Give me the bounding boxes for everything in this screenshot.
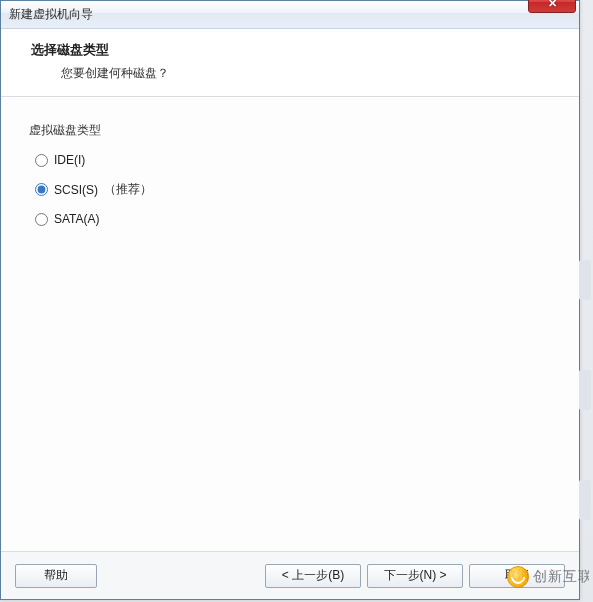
radio-scsi-hint: （推荐）: [104, 181, 152, 198]
radio-ide-label: IDE(I): [54, 153, 85, 167]
titlebar: 新建虚拟机向导 ✕: [1, 1, 579, 29]
radio-sata-label: SATA(A): [54, 212, 100, 226]
radio-option-scsi[interactable]: SCSI(S) （推荐）: [35, 181, 559, 198]
window-title: 新建虚拟机向导: [9, 6, 93, 23]
header-panel: 选择磁盘类型 您要创建何种磁盘？: [1, 29, 579, 97]
page-subheading: 您要创建何种磁盘？: [61, 65, 559, 82]
help-button[interactable]: 帮助: [15, 564, 97, 588]
radio-sata-input[interactable]: [35, 213, 48, 226]
radio-scsi-input[interactable]: [35, 183, 48, 196]
group-label: 虚拟磁盘类型: [29, 122, 559, 139]
radio-scsi-label: SCSI(S): [54, 183, 98, 197]
wizard-window: 新建虚拟机向导 ✕ 选择磁盘类型 您要创建何种磁盘？ 虚拟磁盘类型 IDE(I)…: [0, 0, 580, 600]
body-panel: 虚拟磁盘类型 IDE(I) SCSI(S) （推荐） SATA(A): [1, 97, 579, 551]
page-heading: 选择磁盘类型: [31, 41, 559, 59]
close-icon: ✕: [548, 0, 557, 10]
footer: 帮助 < 上一步(B) 下一步(N) > 取消: [1, 551, 579, 599]
back-button[interactable]: < 上一步(B): [265, 564, 361, 588]
radio-option-ide[interactable]: IDE(I): [35, 153, 559, 167]
close-button[interactable]: ✕: [528, 0, 576, 13]
next-button[interactable]: 下一步(N) >: [367, 564, 463, 588]
radio-ide-input[interactable]: [35, 154, 48, 167]
radio-option-sata[interactable]: SATA(A): [35, 212, 559, 226]
cancel-button[interactable]: 取消: [469, 564, 565, 588]
